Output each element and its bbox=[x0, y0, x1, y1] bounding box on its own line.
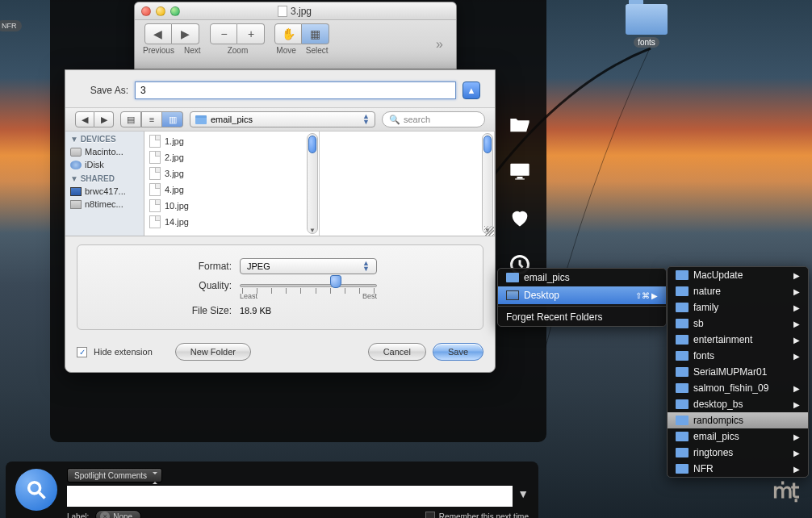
file-item[interactable]: 3.jpg bbox=[144, 165, 319, 182]
forget-recent-button[interactable]: Forget Recent Folders bbox=[498, 308, 666, 326]
toolbar-overflow[interactable]: » bbox=[436, 37, 443, 52]
previous-button[interactable]: ◀ bbox=[144, 23, 172, 44]
open-folder-icon[interactable] bbox=[509, 113, 531, 136]
desktop-folder-submenu: MacUpdate▶nature▶family▶sb▶entertainment… bbox=[667, 266, 809, 478]
file-item[interactable]: 10.jpg bbox=[144, 198, 319, 214]
spotlight-panel: Spotlight Comments ▼ Label: ×None Rememb… bbox=[6, 462, 538, 518]
save-as-input[interactable] bbox=[135, 81, 456, 99]
submenu-item[interactable]: salmon_fishin_09▶ bbox=[668, 380, 808, 396]
search-input[interactable]: 🔍 search bbox=[382, 111, 485, 127]
new-folder-button[interactable]: New Folder bbox=[175, 343, 251, 361]
remember-checkbox[interactable] bbox=[425, 512, 435, 518]
select-button[interactable]: ▦ bbox=[302, 23, 329, 44]
spotlight-icon[interactable] bbox=[15, 469, 57, 511]
sidebar-item-shared2[interactable]: n8timec... bbox=[65, 198, 144, 211]
file-icon bbox=[149, 215, 161, 228]
list-view-button[interactable]: ≡ bbox=[141, 111, 162, 127]
file-item[interactable]: 4.jpg bbox=[144, 182, 319, 198]
recent-item-emailpics[interactable]: email_pics bbox=[498, 269, 666, 286]
folder-icon bbox=[626, 4, 668, 35]
mt-logo: ṁṭ bbox=[772, 478, 797, 503]
folder-icon bbox=[676, 399, 689, 409]
file-item[interactable]: 1.jpg bbox=[144, 133, 319, 149]
format-dropdown[interactable]: JPEG▲▼ bbox=[240, 258, 377, 274]
submenu-item[interactable]: fonts▶ bbox=[668, 348, 808, 364]
svg-point-4 bbox=[29, 482, 40, 494]
cancel-button[interactable]: Cancel bbox=[368, 343, 426, 361]
zoom-in-button[interactable]: + bbox=[237, 23, 265, 44]
submenu-item[interactable]: randompics bbox=[668, 412, 808, 428]
minimize-button[interactable] bbox=[156, 6, 165, 16]
sidebar-item-macintosh[interactable]: Macinto... bbox=[65, 145, 144, 158]
submenu-item[interactable]: email_pics▶ bbox=[668, 428, 808, 445]
scroll-thumb[interactable] bbox=[308, 136, 316, 153]
submenu-item[interactable]: MacUpdate▶ bbox=[668, 267, 808, 283]
hd-icon bbox=[70, 148, 82, 157]
icon-view-button[interactable]: ▤ bbox=[120, 111, 141, 127]
favorites-icon[interactable] bbox=[509, 207, 531, 229]
move-button[interactable]: ✋ bbox=[274, 23, 302, 44]
desktop-icon[interactable] bbox=[509, 160, 531, 182]
window-title: 3.jpg bbox=[180, 6, 409, 17]
back-button[interactable]: ◀ bbox=[75, 111, 94, 127]
share-icon bbox=[70, 200, 82, 209]
file-icon bbox=[149, 167, 161, 180]
clear-icon: × bbox=[100, 512, 110, 518]
slider-thumb[interactable] bbox=[330, 275, 341, 288]
filesize-label: File Size: bbox=[143, 305, 232, 316]
quality-slider[interactable] bbox=[240, 279, 377, 292]
recent-item-desktop[interactable]: Desktop ⇧⌘▶ bbox=[498, 286, 666, 304]
label-none-button[interactable]: ×None bbox=[95, 510, 141, 518]
forward-button[interactable]: ▶ bbox=[94, 111, 114, 127]
submenu-item[interactable]: sb▶ bbox=[668, 315, 808, 332]
scrollbar[interactable]: ▲▼ bbox=[307, 133, 318, 234]
file-item[interactable]: 14.jpg bbox=[144, 214, 319, 230]
submenu-item[interactable]: desktop_bs▶ bbox=[668, 396, 808, 412]
submenu-item[interactable]: SerialMUPMar01 bbox=[668, 364, 808, 380]
scroll-thumb[interactable] bbox=[483, 136, 492, 153]
remember-label: Remember this next time bbox=[439, 512, 529, 519]
path-dropdown[interactable]: email_pics ▲▼ bbox=[190, 111, 375, 127]
format-pane: Format: JPEG▲▼ Quality: LeastBest File S… bbox=[77, 244, 483, 330]
folder-icon bbox=[195, 115, 207, 124]
spotlight-comment-input[interactable] bbox=[67, 486, 513, 507]
scrollbar[interactable]: ▲▼ bbox=[482, 133, 493, 234]
folder-icon bbox=[676, 383, 689, 393]
resize-grip[interactable] bbox=[484, 226, 494, 236]
column-view-button[interactable]: ▥ bbox=[162, 111, 183, 127]
folder-icon bbox=[676, 270, 689, 280]
idisk-icon bbox=[70, 161, 82, 169]
sidebar-item-idisk[interactable]: iDisk bbox=[65, 158, 144, 171]
zoom-out-button[interactable]: − bbox=[210, 23, 237, 44]
submenu-item[interactable]: entertainment▶ bbox=[668, 332, 808, 348]
file-icon bbox=[149, 199, 161, 212]
next-button[interactable]: ▶ bbox=[172, 23, 199, 44]
file-icon bbox=[149, 151, 161, 164]
shared-header: ▼ SHARED bbox=[65, 171, 144, 185]
desktop-icon bbox=[506, 290, 519, 300]
submenu-item[interactable]: nature▶ bbox=[668, 283, 808, 299]
search-icon: 🔍 bbox=[389, 115, 400, 125]
zoom-button[interactable] bbox=[170, 6, 180, 16]
submenu-item[interactable]: NFR▶ bbox=[668, 461, 808, 477]
submenu-item[interactable]: ringtones▶ bbox=[668, 445, 808, 461]
save-sheet: Save As: ▲ ◀ ▶ ▤ ≡ ▥ email_pics ▲▼ 🔍 sea… bbox=[65, 69, 496, 373]
save-button[interactable]: Save bbox=[433, 343, 483, 361]
preview-window: 3.jpg ◀ ▶ PreviousNext − + Zoom bbox=[134, 2, 457, 69]
submenu-item[interactable]: family▶ bbox=[668, 299, 808, 315]
svg-rect-2 bbox=[515, 178, 525, 179]
close-button[interactable] bbox=[141, 6, 151, 16]
file-item[interactable]: 2.jpg bbox=[144, 149, 319, 165]
folder-icon bbox=[676, 303, 689, 312]
spotlight-dropdown[interactable]: Spotlight Comments bbox=[67, 468, 162, 482]
pc-icon bbox=[70, 187, 82, 196]
folder-icon bbox=[676, 367, 689, 377]
folder-icon bbox=[676, 416, 689, 425]
disclosure-button[interactable]: ▲ bbox=[463, 81, 480, 99]
desktop-folder-label: fonts bbox=[634, 37, 659, 48]
desktop-folder-fonts[interactable]: fonts bbox=[626, 4, 668, 48]
dropdown-icon[interactable]: ▼ bbox=[517, 487, 529, 500]
folder-icon bbox=[676, 351, 689, 361]
hide-extension-checkbox[interactable]: ✓ bbox=[77, 347, 87, 357]
sidebar-item-shared1[interactable]: brwc417... bbox=[65, 185, 144, 198]
